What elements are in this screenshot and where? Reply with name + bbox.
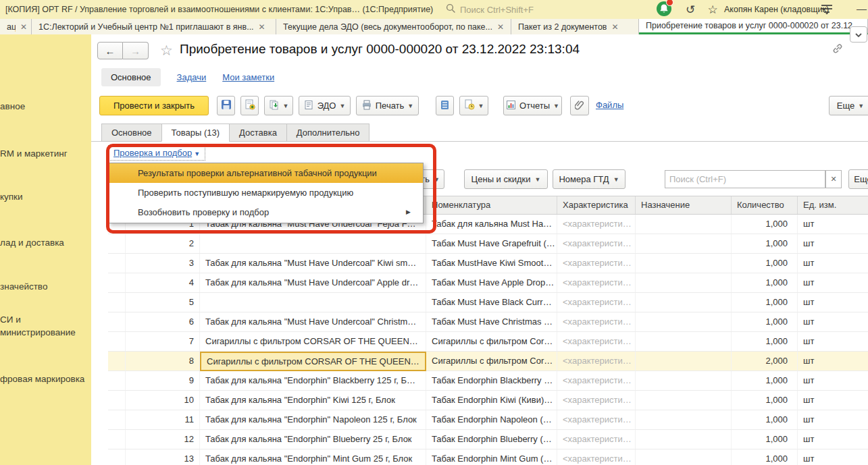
supplier-nomenclature-cell[interactable]: Табак для кальяна "Must Have Undercoal" … (200, 254, 426, 273)
supplier-nomenclature-cell[interactable]: Табак для кальяна "Endorphin" Blackberry… (200, 371, 426, 390)
table-row[interactable]: 12 Табак для кальяна "Endorphin" Blueber… (108, 430, 868, 449)
column-header-purpose[interactable]: Назначение (636, 196, 732, 214)
table-row[interactable]: 5 Табак Must Have Black Curr… <характери… (108, 293, 868, 312)
quantity-cell[interactable]: 1,000 (732, 410, 798, 429)
quantity-cell[interactable]: 1,000 (732, 371, 798, 390)
unit-cell[interactable]: шт (798, 391, 868, 410)
copy-link-button[interactable] (832, 43, 844, 57)
back-button[interactable]: ← (97, 42, 123, 59)
unit-cell[interactable]: шт (798, 293, 868, 312)
create-based-on-button[interactable]: ▼ (264, 96, 293, 115)
characteristic-cell[interactable]: <характеристи… (557, 215, 636, 234)
main-menu-button[interactable] (819, 1, 835, 18)
quantity-cell[interactable]: 1,000 (732, 312, 798, 331)
sidebar-item[interactable]: авное (0, 87, 91, 113)
favorite-toggle[interactable]: ☆ (160, 43, 173, 59)
purpose-cell[interactable] (636, 410, 732, 429)
subtab[interactable]: Дополнительно (286, 124, 370, 142)
table-row[interactable]: 13 Табак для кальяна "Endorphin" Mint Gu… (108, 449, 868, 465)
window-tab[interactable]: Текущие дела ЭДО (весь документооборот, … (276, 19, 511, 34)
minimize-button[interactable]: — (857, 0, 867, 19)
table-row[interactable]: 3 Табак для кальяна "Must Have Undercoal… (108, 254, 868, 273)
supplier-nomenclature-cell[interactable]: Сигариллы с фильтром CORSAR OF THE QUEEN… (200, 352, 426, 371)
characteristic-cell[interactable]: <характеристи… (557, 391, 636, 410)
purpose-cell[interactable] (636, 215, 732, 234)
attach-button[interactable] (570, 96, 589, 115)
forward-button[interactable]: → (123, 42, 149, 59)
purpose-cell[interactable] (636, 312, 732, 331)
unit-cell[interactable]: шт (798, 273, 868, 292)
tabs-overflow-button[interactable] (850, 26, 867, 43)
supplier-nomenclature-cell[interactable]: Табак для кальяна "Must Have Undercoal" … (200, 312, 426, 331)
purpose-cell[interactable] (636, 430, 732, 449)
close-icon[interactable]: ✕ (611, 22, 618, 32)
unit-cell[interactable]: шт (798, 371, 868, 390)
characteristic-cell[interactable]: <характеристи… (557, 293, 636, 312)
characteristic-cell[interactable]: <характеристи… (557, 332, 636, 351)
sidebar-item[interactable]: СИ и министрирование (0, 300, 91, 339)
sidebar-item[interactable]: лад и доставка (0, 223, 91, 249)
user-name[interactable]: Акопян Карен (кладовщик) (724, 0, 829, 19)
purpose-cell[interactable] (636, 332, 732, 351)
column-header-characteristic[interactable]: Характеристика (557, 196, 636, 214)
subtab[interactable]: Доставка (229, 124, 286, 142)
table-search-input[interactable] (665, 170, 825, 188)
unit-cell[interactable]: шт (798, 312, 868, 331)
table-row[interactable]: 7 Сигариллы с фильтром CORSAR OF THE QUE… (108, 332, 868, 352)
schedule-button[interactable]: ▼ (459, 96, 488, 115)
global-search-input[interactable] (460, 5, 636, 15)
sidebar-item[interactable]: RM и маркетинг (0, 134, 91, 160)
table-row[interactable]: 8 Сигариллы с фильтром CORSAR OF THE QUE… (108, 352, 868, 371)
sidebar-item[interactable]: значейство (0, 267, 91, 293)
nomenclature-cell[interactable]: Табак Must Have Apple Drop… (426, 273, 557, 292)
check-and-select-menu-button[interactable]: Проверка и подбор▼ (108, 145, 205, 161)
gtd-numbers-button[interactable]: Номера ГТД ▼ (553, 169, 626, 189)
more-button[interactable]: Еще ▼ (829, 96, 868, 115)
purpose-cell[interactable] (636, 449, 732, 465)
unit-cell[interactable]: шт (798, 332, 868, 351)
nomenclature-cell[interactable]: Табак для кальяна Must Ha… (426, 215, 557, 234)
global-search[interactable] (446, 0, 648, 19)
quantity-cell[interactable]: 1,000 (732, 449, 798, 465)
characteristic-cell[interactable]: <характеристи… (557, 312, 636, 331)
nomenclature-cell[interactable]: Сигариллы с фильтром Cor… (426, 332, 557, 351)
nomenclature-cell[interactable]: Табак Endorphin Blueberry (… (426, 430, 557, 449)
unit-cell[interactable]: шт (798, 234, 868, 253)
close-icon[interactable]: ✕ (497, 22, 504, 32)
quantity-cell[interactable]: 1,000 (732, 391, 798, 410)
prices-discounts-button[interactable]: Цены и скидки ▼ (464, 169, 548, 189)
document-nav-item[interactable]: Задачи (177, 72, 207, 82)
supplier-nomenclature-cell[interactable]: Табак для кальяна "Must Have Undercoal" … (200, 273, 426, 292)
nomenclature-cell[interactable]: Табак MustHave Kiwi Smoot… (426, 254, 557, 273)
nomenclature-cell[interactable]: Табак Must Have Black Curr… (426, 293, 557, 312)
nomenclature-cell[interactable]: Табак Endorphin Mint Gum (… (426, 449, 557, 465)
supplier-nomenclature-cell[interactable]: Табак для кальяна "Endorphin" Mint Gum 2… (200, 449, 426, 465)
characteristic-cell[interactable]: <характеристи… (557, 371, 636, 390)
save-button[interactable] (217, 96, 235, 115)
quantity-cell[interactable]: 1,000 (732, 332, 798, 351)
purpose-cell[interactable] (636, 371, 732, 390)
clear-search-button[interactable]: ✕ (825, 170, 842, 188)
table-row[interactable]: 4 Табак для кальяна "Must Have Undercoal… (108, 273, 868, 293)
reports-button[interactable]: Отчеты ▼ (503, 96, 562, 115)
characteristic-cell[interactable]: <характеристи… (557, 352, 636, 371)
menu-item[interactable]: Проверить поступившую немаркируемую прод… (109, 183, 423, 202)
nomenclature-cell[interactable]: Сигариллы с фильтром Cor… (426, 352, 557, 371)
menu-item[interactable]: Результаты проверки альтернативной табач… (109, 163, 423, 183)
post-and-close-button[interactable]: Провести и закрыть (99, 96, 209, 115)
unit-cell[interactable]: шт (798, 352, 868, 371)
unit-cell[interactable]: шт (798, 215, 868, 234)
table-row[interactable]: 9 Табак для кальяна "Endorphin" Blackber… (108, 371, 868, 391)
files-link[interactable]: Файлы (596, 100, 623, 110)
close-icon[interactable]: ✕ (259, 22, 265, 32)
characteristic-cell[interactable]: <характеристи… (557, 410, 636, 429)
nomenclature-cell[interactable]: Табак Must Have Grapefruit (… (426, 234, 557, 253)
purpose-cell[interactable] (636, 352, 732, 371)
quantity-cell[interactable]: 1,000 (732, 430, 798, 449)
supplier-nomenclature-cell[interactable]: Табак для кальяна "Endorphin" Kiwi 125 г… (200, 391, 426, 410)
favorites-button[interactable]: ☆ (705, 1, 721, 18)
close-icon[interactable]: ✕ (20, 22, 27, 32)
document-nav-item[interactable]: Мои заметки (222, 72, 274, 82)
purpose-cell[interactable] (636, 293, 732, 312)
nomenclature-cell[interactable]: Табак Endorphin Kiwi (Киви)… (426, 391, 557, 410)
